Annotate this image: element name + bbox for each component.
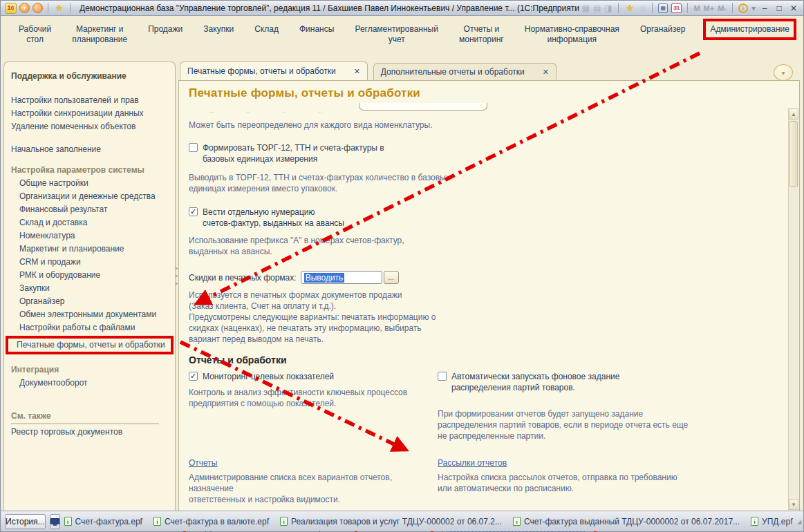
vertical-scrollbar[interactable]: ▲ ▼ [788, 108, 798, 510]
content-area: Печатные формы, отчеты и обработки ✕ Доп… [178, 61, 800, 511]
close-tab-icon[interactable]: ✕ [354, 67, 360, 76]
nav-section-finance[interactable]: Финансы [297, 23, 337, 36]
app-window: 1c ▾ ★ Демонстрационная база "Управление… [0, 0, 804, 532]
divider [48, 3, 48, 13]
monitor-icon [50, 518, 59, 524]
report-file-icon: i [751, 517, 758, 526]
checkbox-monitoring[interactable]: ✓ [189, 372, 198, 381]
taskbar-item-invoice-currency-epf[interactable]: i Счет-фактура в валюте.epf [153, 517, 269, 526]
divider [732, 3, 733, 13]
maximize-button[interactable]: □ [774, 3, 785, 13]
nav-section-sales[interactable]: Продажи [145, 23, 185, 36]
nav-section-reports-monitoring[interactable]: Отчеты и мониторинг [456, 23, 507, 46]
sidebar-item-general-settings[interactable]: Общие настройки [11, 178, 169, 189]
sidebar-item-organizations-money[interactable]: Организации и денежные средства [11, 191, 169, 202]
nav-section-reference-info[interactable]: Нормативно-справочная информация [522, 23, 622, 46]
history-button[interactable]: История... [5, 514, 46, 529]
info-dropdown-icon[interactable]: ▾ [751, 3, 756, 13]
scroll-up-icon[interactable]: ▲ [789, 108, 798, 120]
system-menu-button[interactable]: ▾ [19, 3, 30, 13]
sidebar-group-see-also-header: См. также [11, 410, 159, 424]
discount-choose-button[interactable]: ... [384, 271, 399, 284]
minimize-button[interactable]: – [759, 3, 770, 13]
clipped-field[interactable] [359, 103, 487, 111]
nav-section-organizer[interactable]: Органайзер [637, 23, 689, 36]
collapse-panel-button[interactable]: ▾ [774, 64, 793, 81]
print-preview-icon[interactable]: ◨ [604, 3, 612, 13]
sidebar-item-rmk-equipment[interactable]: РМК и оборудование [11, 270, 169, 281]
sidebar-item-print-forms[interactable]: Печатные формы, отчеты и обработки [14, 340, 165, 350]
note-monitoring: Контроль и анализ эффективности ключевых… [189, 387, 432, 409]
panel-splitter[interactable] [176, 267, 178, 285]
nav-section-warehouse[interactable]: Склад [252, 23, 281, 36]
taskbar-item-invoice-issued[interactable]: i Счет-фактура выданный ТДЦУ-0000002 от … [513, 517, 740, 526]
close-button[interactable]: ✕ [788, 3, 799, 13]
note-numbering: Использование префикса "А" в номерах сче… [189, 235, 783, 257]
divider [618, 3, 619, 13]
info-icon[interactable]: i [738, 3, 748, 13]
checkbox-torg12[interactable] [189, 143, 198, 152]
note-batch: При формировании отчетов будет запущено … [438, 408, 761, 441]
memory-add-button[interactable]: M+ [704, 4, 715, 12]
titlebar: 1c ▾ ★ Демонстрационная база "Управление… [1, 1, 803, 16]
note-nomenclature: Может быть переопределено для каждого ви… [189, 120, 783, 131]
nav-section-administration[interactable]: Администрирование [710, 24, 789, 35]
nav-section-regulated-accounting[interactable]: Регламентированный учет [352, 23, 441, 46]
tab-additional-reports[interactable]: Дополнительные отчеты и обработки ✕ [373, 63, 557, 80]
sidebar-item-sync-settings[interactable]: Настройки синхронизации данных [11, 108, 169, 119]
discount-field-row: Скидки в печатных формах: Выводить ... [189, 271, 783, 284]
sidebar-item-trade-register[interactable]: Реестр торговых документов [11, 427, 169, 437]
sidebar-item-financial-result[interactable]: Финансовый результат [11, 205, 169, 215]
sidebar-group-support-header: Поддержка и обслуживание [11, 70, 169, 82]
calendar-icon[interactable]: 31 [671, 3, 682, 13]
clipped-text-remnant: ‥ ‥ ‥ ‥ [209, 107, 338, 114]
scrollbar-thumb[interactable] [789, 121, 798, 187]
checkbox-row-numbering: ✓ Вести отдельную нумерацию счетов-факту… [189, 207, 783, 229]
link-reports[interactable]: Отчеты [189, 458, 217, 468]
sidebar-item-file-settings[interactable]: Настройки работы с файлами [11, 323, 169, 333]
sidebar-item-crm-sales[interactable]: CRM и продажи [11, 257, 169, 267]
checkbox-row-monitoring: ✓ Мониторинг целевых показателей [189, 371, 432, 382]
sidebar-group-integration-header: Интеграция [11, 364, 169, 375]
nav-section-purchases[interactable]: Закупки [200, 23, 236, 36]
memory-subtract-button[interactable]: M- [718, 4, 727, 12]
sidebar-item-purchases[interactable]: Закупки [11, 283, 169, 294]
note-reports: Администрирование списка всех вариантов … [189, 472, 432, 505]
annotation-box-administration: Администрирование [703, 19, 796, 40]
report-file-icon: i [280, 517, 288, 526]
sidebar-item-warehouse-delivery[interactable]: Склад и доставка [11, 218, 169, 228]
taskbar-item-goods-sale[interactable]: i Реализация товаров и услуг ТДЦУ-000002… [280, 517, 502, 526]
scroll-down-icon[interactable]: ▼ [789, 499, 798, 510]
sidebar-item-marketing-planning[interactable]: Маркетинг и планирование [11, 244, 169, 254]
resize-grip-icon[interactable]: ◢ [796, 518, 802, 525]
sidebar-item-user-settings[interactable]: Настройки пользователей и прав [11, 95, 169, 106]
add-favorite-icon[interactable]: ★ [624, 3, 636, 14]
show-favorites-icon[interactable]: ☆ [639, 3, 647, 13]
close-tab-icon[interactable]: ✕ [543, 68, 549, 77]
sidebar-item-nomenclature[interactable]: Номенклатура [11, 231, 169, 241]
nav-section-desktop[interactable]: Рабочий стол [16, 23, 54, 46]
sidebar-item-document-flow[interactable]: Документооборот [11, 378, 169, 388]
checkbox-batch-label: Автоматически запускать фоновое задание … [451, 371, 619, 393]
sidebar-item-organizer[interactable]: Органайзер [11, 296, 169, 307]
show-desktop-button[interactable] [50, 514, 60, 529]
tab-print-forms[interactable]: Печатные формы, отчеты и обработки ✕ [180, 61, 368, 80]
print-icon[interactable]: ▤ [593, 3, 601, 13]
tab-label: Печатные формы, отчеты и обработки [187, 66, 336, 76]
sidebar-item-edi-exchange[interactable]: Обмен электронными документами [11, 310, 169, 320]
taskbar-item-upd-epf[interactable]: i УПД.epf [751, 517, 792, 526]
favorites-star-icon[interactable]: ★ [53, 3, 65, 14]
checkbox-batch[interactable] [438, 372, 447, 381]
nav-section-marketing[interactable]: Маркетинг и планирование [69, 23, 130, 46]
clipped-row: ‥ ‥ ‥ ‥ [189, 103, 783, 113]
checkbox-torg12-label: Формировать ТОРГ-12, ТТН и счета-фактуры… [203, 142, 384, 164]
discount-combobox[interactable]: Выводить [301, 271, 382, 284]
taskbar-item-invoice-epf[interactable]: i Счет-фактура.epf [64, 517, 142, 526]
save-icon[interactable]: ▦ [582, 3, 590, 13]
checkbox-numbering[interactable]: ✓ [189, 207, 198, 216]
link-report-mailings[interactable]: Рассылки отчетов [438, 458, 507, 468]
memory-recall-button[interactable]: M [693, 4, 700, 12]
sidebar-item-initial-fill[interactable]: Начальное заполнение [11, 144, 169, 155]
sidebar-item-delete-marked[interactable]: Удаление помеченных объектов [11, 122, 169, 132]
calculator-icon[interactable]: ▦ [658, 3, 668, 13]
